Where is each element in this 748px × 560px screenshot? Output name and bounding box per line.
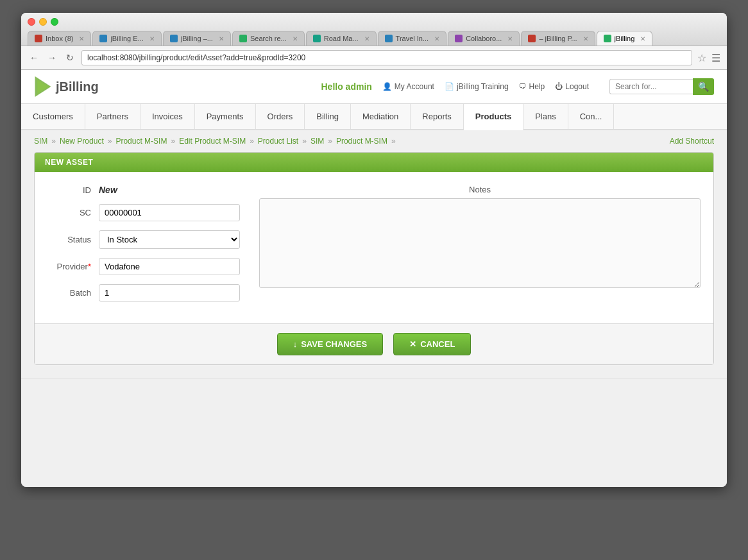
help-icon: 🗨 <box>519 82 527 91</box>
breadcrumb-product-msim[interactable]: Product M-SIM <box>115 137 167 146</box>
url-input[interactable] <box>81 50 692 65</box>
tab-gmail-close[interactable]: ✕ <box>79 35 84 42</box>
tab-jbilling1[interactable]: jBilling E... ✕ <box>92 31 161 46</box>
provider-row: Provider <box>47 258 240 275</box>
help-link[interactable]: 🗨 Help <box>519 82 545 91</box>
browser-window: Inbox (8) ✕ jBilling E... ✕ jBilling –..… <box>21 13 727 487</box>
nav-invoices[interactable]: Invoices <box>140 104 195 129</box>
batch-row: Batch <box>47 284 240 301</box>
tab-search-label: Search re... <box>250 35 287 42</box>
minimize-button[interactable] <box>39 18 47 26</box>
tab-gmail-label: Inbox (8) <box>46 35 73 42</box>
notes-section: Notes <box>259 185 701 310</box>
tab-jbilling2-close[interactable]: ✕ <box>219 35 224 42</box>
panel-header: NEW ASSET <box>35 153 713 172</box>
breadcrumb: SIM » New Product » Product M-SIM » Edit… <box>21 130 727 152</box>
tab-jbilling1-close[interactable]: ✕ <box>149 35 155 42</box>
nav-partners[interactable]: Partners <box>85 104 140 129</box>
breadcrumb-product-list[interactable]: Product List <box>258 137 298 146</box>
training-icon: 📄 <box>445 82 454 91</box>
panel-body: ID New SC Status In Stock Available Unav… <box>35 172 713 323</box>
main-nav: Customers Partners Invoices Payments Ord… <box>21 104 727 130</box>
logout-label: Logout <box>565 82 589 91</box>
nav-customers[interactable]: Customers <box>21 104 85 129</box>
nav-payments[interactable]: Payments <box>195 104 256 129</box>
tab-jbilling1-label: jBilling E... <box>110 35 143 42</box>
sep7: » <box>391 137 396 146</box>
jbilling-active-icon <box>604 35 611 42</box>
notes-textarea[interactable] <box>259 198 701 288</box>
provider-input[interactable] <box>99 258 240 275</box>
save-changes-button[interactable]: ↓ SAVE CHANGES <box>277 333 384 355</box>
nav-orders[interactable]: Orders <box>256 104 305 129</box>
tab-jbillingp-close[interactable]: ✕ <box>583 35 588 42</box>
status-label: Status <box>47 235 99 244</box>
tab-collab[interactable]: Collaboro... ✕ <box>448 31 520 46</box>
breadcrumb-new-product[interactable]: New Product <box>60 137 104 146</box>
refresh-button[interactable]: ↻ <box>64 51 76 64</box>
tab-collab-close[interactable]: ✕ <box>507 35 513 42</box>
tab-jbilling-active-close[interactable]: ✕ <box>640 35 645 42</box>
tab-jbilling-active[interactable]: jBilling ✕ <box>597 31 653 46</box>
tab-collab-label: Collaboro... <box>466 35 502 42</box>
nav-products[interactable]: Products <box>464 104 523 130</box>
tab-search-close[interactable]: ✕ <box>293 35 298 42</box>
browser-tabs: Inbox (8) ✕ jBilling E... ✕ jBilling –..… <box>28 31 720 46</box>
id-row: ID New <box>47 185 240 195</box>
nav-mediation[interactable]: Mediation <box>351 104 411 129</box>
app-content: jBilling Hello admin 👤 My Account 📄 jBil… <box>21 70 727 487</box>
tab-roadmap-close[interactable]: ✕ <box>364 35 370 42</box>
tab-jbillingp-label: – jBilling P... <box>539 35 577 42</box>
sep1: » <box>51 137 56 146</box>
greeting: Hello admin <box>321 81 372 92</box>
save-label: SAVE CHANGES <box>301 339 367 349</box>
sep2: » <box>108 137 112 146</box>
travel-icon <box>385 35 393 42</box>
tab-gmail[interactable]: Inbox (8) ✕ <box>28 31 91 46</box>
close-button[interactable] <box>28 18 35 26</box>
tab-jbilling2[interactable]: jBilling –... ✕ <box>163 31 231 46</box>
jbilling1-icon <box>99 35 107 42</box>
back-button[interactable]: ← <box>28 51 40 64</box>
help-label: Help <box>529 82 545 91</box>
cancel-icon: ✕ <box>409 339 416 349</box>
jbilling2-icon <box>170 35 178 42</box>
scrollbar-area <box>21 378 727 386</box>
sep5: » <box>302 137 307 146</box>
sep6: » <box>328 137 332 146</box>
search-container: 🔍 <box>609 78 714 95</box>
tab-travel-close[interactable]: ✕ <box>434 35 439 42</box>
tab-search[interactable]: Search re... ✕ <box>232 31 305 46</box>
breadcrumb-product-msim2[interactable]: Product M-SIM <box>336 137 387 146</box>
maximize-button[interactable] <box>51 18 58 26</box>
sc-input[interactable] <box>99 204 240 221</box>
menu-icon[interactable]: ☰ <box>711 52 720 64</box>
tab-jbillingp[interactable]: – jBilling P... ✕ <box>521 31 595 46</box>
cancel-button[interactable]: ✕ CANCEL <box>393 333 471 355</box>
breadcrumb-sim1[interactable]: SIM <box>34 137 47 146</box>
forward-button[interactable]: → <box>46 51 58 64</box>
batch-label: Batch <box>47 288 99 298</box>
nav-reports[interactable]: Reports <box>411 104 464 129</box>
nav-con[interactable]: Con... <box>568 104 615 129</box>
status-select[interactable]: In Stock Available Unavailable Reserved <box>99 230 240 249</box>
breadcrumb-sim2[interactable]: SIM <box>310 137 324 146</box>
app-name: jBilling <box>56 80 99 94</box>
search-button[interactable]: 🔍 <box>693 78 714 95</box>
breadcrumb-edit-product[interactable]: Edit Product M-SIM <box>179 137 246 146</box>
nav-billing[interactable]: Billing <box>305 104 351 129</box>
training-label: jBilling Training <box>457 82 509 91</box>
logout-link[interactable]: ⏻ Logout <box>555 82 589 91</box>
nav-plans[interactable]: Plans <box>523 104 568 129</box>
my-account-link[interactable]: 👤 My Account <box>382 82 434 91</box>
search-input[interactable] <box>609 79 693 94</box>
bookmark-icon[interactable]: ☆ <box>697 52 706 64</box>
collab-icon <box>455 35 463 42</box>
notes-label: Notes <box>259 185 701 194</box>
panel-title: NEW ASSET <box>45 158 93 167</box>
tab-travel[interactable]: Travel In... ✕ <box>378 31 447 46</box>
tab-roadmap[interactable]: Road Ma... ✕ <box>306 31 377 46</box>
add-shortcut-link[interactable]: Add Shortcut <box>670 137 714 146</box>
batch-input[interactable] <box>99 284 240 301</box>
training-link[interactable]: 📄 jBilling Training <box>445 82 509 91</box>
